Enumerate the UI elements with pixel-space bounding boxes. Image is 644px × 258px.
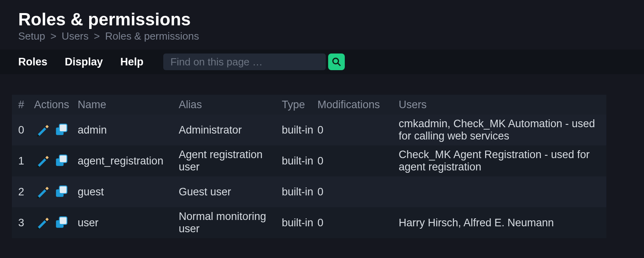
cell-index: 2 — [18, 186, 34, 198]
table-row: 0adminAdministratorbuilt-in0cmkadmin, Ch… — [12, 115, 606, 145]
copy-icon — [54, 154, 68, 168]
cell-modifications: 0 — [317, 155, 399, 167]
cell-alias: Normal monitoring user — [179, 210, 282, 235]
cell-users: Check_MK Agent Registration - used for a… — [399, 149, 600, 173]
search-button[interactable] — [328, 54, 345, 70]
cell-alias: Administrator — [179, 124, 282, 136]
cell-actions — [34, 153, 78, 169]
svg-line-1 — [338, 63, 340, 66]
cell-name: admin — [78, 124, 179, 136]
clone-button[interactable] — [53, 153, 69, 169]
cell-actions — [34, 122, 78, 138]
breadcrumb: Setup > Users > Roles & permissions — [0, 30, 644, 50]
cell-type: built-in — [282, 124, 317, 136]
page-root: Roles & permissions Setup > Users > Role… — [0, 0, 644, 238]
copy-icon — [54, 185, 68, 199]
pencil-icon — [35, 185, 49, 199]
page-title: Roles & permissions — [0, 10, 644, 30]
menu-roles[interactable]: Roles — [18, 56, 48, 68]
cell-type: built-in — [282, 155, 317, 167]
search-wrap — [163, 54, 345, 70]
chevron-right-icon: > — [48, 30, 59, 42]
edit-button[interactable] — [34, 184, 50, 200]
clone-button[interactable] — [53, 122, 69, 138]
table-row: 1agent_registrationAgent registration us… — [12, 145, 606, 176]
edit-button[interactable] — [34, 122, 50, 138]
cell-users: cmkadmin, Check_MK Automation - used for… — [399, 118, 600, 142]
cell-modifications: 0 — [317, 217, 399, 229]
cell-name: agent_registration — [78, 155, 179, 167]
table-row: 2guestGuest userbuilt-in0 — [12, 176, 606, 207]
col-header-users[interactable]: Users — [399, 99, 600, 111]
chevron-right-icon: > — [92, 30, 102, 42]
search-input[interactable] — [163, 54, 326, 70]
col-header-name[interactable]: Name — [78, 99, 179, 111]
copy-icon — [54, 216, 68, 229]
clone-button[interactable] — [53, 215, 69, 231]
breadcrumb-item[interactable]: Users — [62, 30, 89, 42]
table-body: 0adminAdministratorbuilt-in0cmkadmin, Ch… — [12, 115, 606, 238]
cell-actions — [34, 184, 78, 200]
table-header-row: # Actions Name Alias Type Modifications … — [12, 95, 606, 115]
cell-actions — [34, 215, 78, 231]
pencil-icon — [35, 216, 49, 229]
col-header-index[interactable]: # — [18, 99, 34, 111]
clone-button[interactable] — [53, 184, 69, 200]
breadcrumb-item[interactable]: Roles & permissions — [105, 30, 199, 42]
cell-modifications: 0 — [317, 124, 399, 136]
cell-users: Harry Hirsch, Alfred E. Neumann — [399, 217, 600, 229]
cell-alias: Agent registration user — [179, 149, 282, 173]
cell-type: built-in — [282, 186, 317, 198]
cell-index: 0 — [18, 124, 34, 136]
cell-index: 1 — [18, 155, 34, 167]
edit-button[interactable] — [34, 215, 50, 231]
search-icon — [332, 57, 341, 67]
svg-point-0 — [333, 58, 338, 64]
col-header-actions[interactable]: Actions — [34, 99, 78, 111]
cell-modifications: 0 — [317, 186, 399, 198]
pencil-icon — [35, 123, 49, 137]
pencil-icon — [35, 154, 49, 168]
table-row: 3userNormal monitoring userbuilt-in0Harr… — [12, 207, 606, 238]
cell-type: built-in — [282, 217, 317, 229]
cell-index: 3 — [18, 217, 34, 229]
breadcrumb-item[interactable]: Setup — [18, 30, 45, 42]
col-header-type[interactable]: Type — [282, 99, 317, 111]
edit-button[interactable] — [34, 153, 50, 169]
menu-help[interactable]: Help — [120, 56, 144, 68]
col-header-modifications[interactable]: Modifications — [317, 99, 399, 111]
toolbar: Roles Display Help — [0, 50, 644, 74]
cell-name: user — [78, 217, 179, 229]
copy-icon — [54, 123, 68, 137]
cell-name: guest — [78, 186, 179, 198]
cell-alias: Guest user — [179, 186, 282, 198]
roles-table: # Actions Name Alias Type Modifications … — [12, 95, 606, 238]
col-header-alias[interactable]: Alias — [179, 99, 282, 111]
menu-display[interactable]: Display — [65, 56, 103, 68]
